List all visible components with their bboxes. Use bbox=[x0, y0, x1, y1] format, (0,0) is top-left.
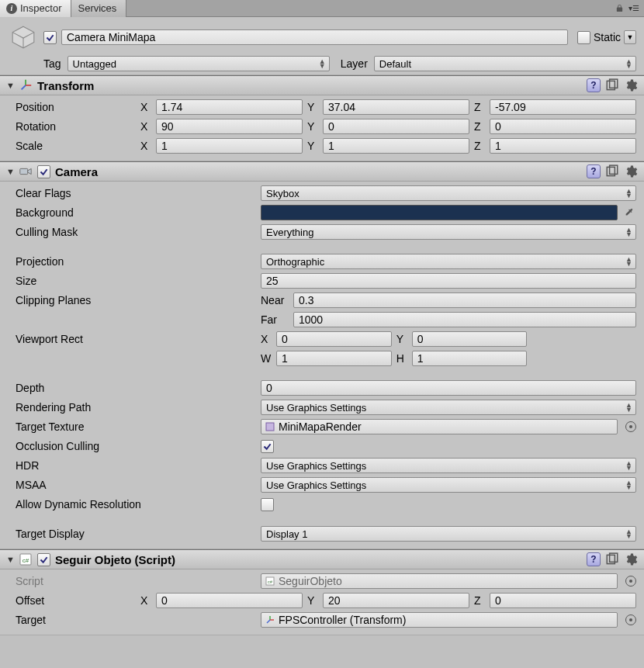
preset-icon[interactable] bbox=[605, 78, 619, 92]
target-texture-field[interactable]: MiniMapaRender bbox=[261, 419, 618, 434]
svg-line-20 bbox=[267, 620, 270, 623]
layer-dropdown[interactable]: Default ▲▼ bbox=[374, 56, 636, 71]
projection-dropdown[interactable]: Orthographic▲▼ bbox=[261, 254, 636, 269]
position-x-input[interactable] bbox=[156, 99, 303, 115]
info-icon: i bbox=[6, 3, 17, 14]
svg-text:c#: c# bbox=[23, 557, 29, 564]
tab-inspector[interactable]: i Inspector bbox=[0, 0, 71, 17]
gameobject-name-input[interactable] bbox=[61, 29, 568, 45]
active-checkbox[interactable] bbox=[43, 31, 57, 44]
target-field[interactable]: FPSController (Transform) bbox=[261, 612, 618, 628]
script-field: c# SeguirObjeto bbox=[261, 573, 618, 589]
offset-x-input[interactable] bbox=[156, 593, 303, 608]
transform-title: Transform bbox=[37, 79, 582, 92]
tag-dropdown[interactable]: Untagged ▲▼ bbox=[68, 56, 330, 71]
help-icon[interactable]: ? bbox=[587, 78, 601, 92]
rotation-z-input[interactable] bbox=[490, 119, 636, 134]
static-label: Static bbox=[594, 31, 621, 43]
near-input[interactable] bbox=[293, 292, 636, 308]
layer-value: Default bbox=[379, 58, 411, 70]
target-texture-label: Target Texture bbox=[16, 421, 256, 433]
foldout-script[interactable]: ▼ bbox=[6, 555, 14, 564]
msaa-dropdown[interactable]: Use Graphics Settings▲▼ bbox=[261, 477, 636, 493]
component-transform: ▼ Transform ? Position X Y Z Rotation bbox=[0, 75, 644, 161]
scale-label: Scale bbox=[16, 140, 136, 152]
axis-x-label: X bbox=[140, 101, 151, 113]
svg-line-4 bbox=[22, 85, 26, 89]
clear-flags-label: Clear Flags bbox=[16, 187, 256, 199]
svg-text:c#: c# bbox=[268, 580, 273, 584]
foldout-camera[interactable]: ▼ bbox=[6, 167, 14, 176]
script-title: Seguir Objeto (Script) bbox=[55, 553, 582, 566]
rendering-path-label: Rendering Path bbox=[16, 401, 256, 414]
far-label: Far bbox=[261, 313, 289, 326]
transform-mini-icon bbox=[265, 614, 275, 625]
gear-icon[interactable] bbox=[624, 78, 638, 92]
culling-mask-dropdown[interactable]: Everything▲▼ bbox=[261, 224, 636, 240]
clear-flags-dropdown[interactable]: Skybox▲▼ bbox=[261, 185, 636, 201]
static-dropdown[interactable]: ▼ bbox=[624, 30, 636, 44]
svg-rect-7 bbox=[20, 168, 28, 174]
position-z-input[interactable] bbox=[490, 99, 636, 115]
culling-mask-label: Culling Mask bbox=[16, 226, 256, 238]
background-color-field[interactable] bbox=[261, 205, 618, 220]
position-y-input[interactable] bbox=[323, 99, 469, 115]
tab-services[interactable]: Services bbox=[71, 0, 126, 17]
tab-services-label: Services bbox=[78, 2, 116, 14]
size-input[interactable] bbox=[261, 273, 636, 289]
viewport-w-input[interactable] bbox=[276, 351, 392, 366]
axis-z-label: Z bbox=[474, 101, 485, 113]
offset-y-input[interactable] bbox=[323, 593, 469, 608]
rotation-y-input[interactable] bbox=[323, 119, 469, 134]
position-label: Position bbox=[16, 101, 136, 113]
scale-z-input[interactable] bbox=[490, 138, 636, 154]
object-picker-icon[interactable] bbox=[625, 576, 636, 587]
target-display-dropdown[interactable]: Display 1▲▼ bbox=[261, 526, 636, 542]
object-picker-icon[interactable] bbox=[625, 421, 636, 432]
script-label: Script bbox=[16, 575, 256, 587]
rendering-path-dropdown[interactable]: Use Graphics Settings▲▼ bbox=[261, 400, 636, 415]
viewport-label: Viewport Rect bbox=[16, 333, 256, 345]
viewport-x-input[interactable] bbox=[276, 331, 392, 347]
gear-icon[interactable] bbox=[624, 164, 638, 178]
occlusion-label: Occlusion Culling bbox=[16, 440, 256, 452]
clipping-label: Clipping Planes bbox=[16, 294, 256, 306]
depth-input[interactable] bbox=[261, 380, 636, 396]
preset-icon[interactable] bbox=[605, 164, 619, 178]
depth-label: Depth bbox=[16, 382, 256, 394]
transform-icon bbox=[19, 78, 33, 92]
help-icon[interactable]: ? bbox=[587, 164, 601, 178]
offset-z-input[interactable] bbox=[490, 593, 636, 608]
component-camera: ▼ Camera ? Clear Flags Skybox▲▼ Backgrou… bbox=[0, 161, 644, 549]
scale-x-input[interactable] bbox=[156, 138, 303, 154]
hdr-dropdown[interactable]: Use Graphics Settings▲▼ bbox=[261, 458, 636, 473]
panel-menu-icon[interactable]: ▾☰ bbox=[628, 4, 639, 12]
target-display-label: Target Display bbox=[16, 528, 256, 540]
far-input[interactable] bbox=[293, 312, 636, 327]
msaa-label: MSAA bbox=[16, 479, 256, 491]
script-enable-checkbox[interactable] bbox=[37, 553, 50, 566]
foldout-transform[interactable]: ▼ bbox=[6, 81, 14, 90]
target-label: Target bbox=[16, 614, 256, 626]
help-icon[interactable]: ? bbox=[587, 552, 601, 566]
preset-icon[interactable] bbox=[605, 552, 619, 566]
gear-icon[interactable] bbox=[624, 552, 638, 566]
scale-y-input[interactable] bbox=[323, 138, 469, 154]
object-picker-icon[interactable] bbox=[625, 614, 636, 625]
lock-icon[interactable] bbox=[615, 4, 624, 12]
layer-label: Layer bbox=[336, 57, 368, 70]
rotation-x-input[interactable] bbox=[156, 119, 303, 134]
eyedropper-icon[interactable] bbox=[622, 206, 636, 220]
static-checkbox[interactable] bbox=[577, 31, 590, 44]
projection-label: Projection bbox=[16, 255, 256, 268]
tag-label: Tag bbox=[43, 57, 61, 70]
occlusion-checkbox[interactable] bbox=[261, 440, 274, 453]
viewport-y-input[interactable] bbox=[412, 331, 528, 347]
camera-enable-checkbox[interactable] bbox=[37, 165, 50, 178]
tab-bar: i Inspector Services ▾☰ bbox=[0, 0, 644, 17]
camera-title: Camera bbox=[55, 165, 582, 178]
viewport-h-input[interactable] bbox=[412, 351, 528, 366]
size-label: Size bbox=[16, 275, 256, 287]
gameobject-icon[interactable] bbox=[8, 22, 39, 53]
dynamic-res-checkbox[interactable] bbox=[261, 498, 274, 511]
